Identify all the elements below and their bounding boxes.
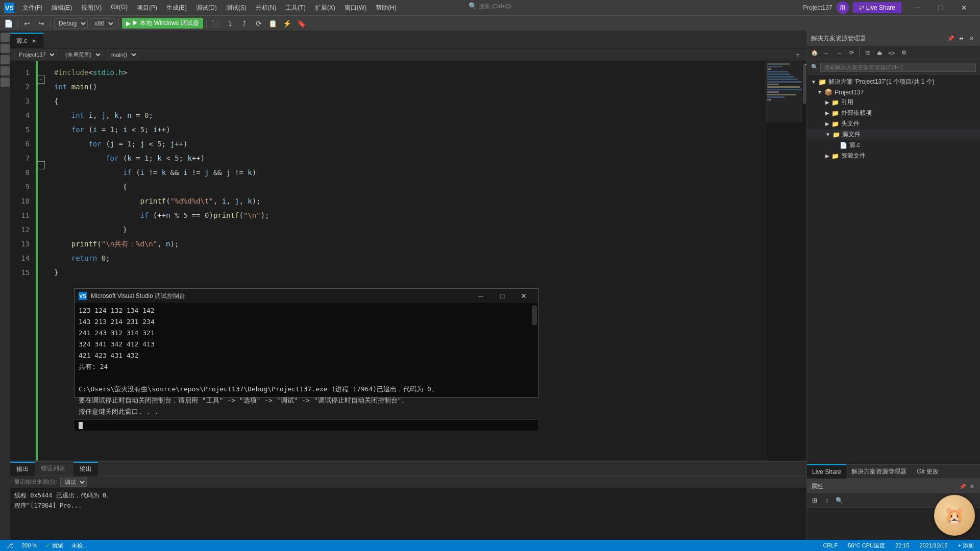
debug-console-minimize[interactable]: ─: [471, 290, 491, 302]
menu-tools[interactable]: 工具(T): [281, 3, 309, 13]
solution-explorer-tree: ▼ 📁 解决方案 'Project137'(1 个项目/共 1 个) ▼ 📦 P…: [807, 74, 980, 464]
output-source-select[interactable]: 调试: [60, 478, 87, 487]
menu-analyze[interactable]: 分析(N): [252, 3, 281, 13]
status-ready[interactable]: ✔ 就绪: [43, 540, 65, 551]
debug-console-scrollbar[interactable]: [531, 303, 538, 397]
breadcrumb-scope-select[interactable]: (全局范围): [61, 50, 103, 59]
properties-close-button[interactable]: ✕: [968, 482, 976, 490]
new-file-button[interactable]: 📄: [2, 17, 14, 30]
status-line-ending[interactable]: CRLF: [821, 540, 840, 551]
debug-config-select[interactable]: Debug: [54, 18, 88, 29]
status-encoding[interactable]: 未检...: [69, 540, 89, 551]
editor-scrollbar-thumb[interactable]: [803, 63, 806, 104]
se-search-input[interactable]: [820, 63, 976, 72]
ln-13: 13: [10, 237, 30, 251]
tree-references[interactable]: ▶ 📁 引用: [807, 97, 980, 108]
menu-view[interactable]: 视图(V): [77, 3, 106, 13]
user-avatar[interactable]: 用: [837, 2, 849, 14]
pp-categories-button[interactable]: ⊞: [809, 495, 820, 506]
breadcrumb-fn-select[interactable]: main(): [107, 50, 138, 59]
status-zoom[interactable]: 200 %: [19, 540, 39, 551]
resource-icon: 📁: [831, 153, 839, 160]
status-git-button[interactable]: ⎇: [4, 540, 15, 551]
menu-extensions[interactable]: 扩展(X): [311, 3, 339, 13]
undo-button[interactable]: ↩: [21, 17, 33, 30]
menu-file[interactable]: 文件(F): [18, 3, 46, 13]
right-tab-solution-explorer[interactable]: 解决方案资源管理器: [846, 464, 912, 479]
toolbar-btn-7[interactable]: 🔖: [296, 17, 308, 30]
toolbar-btn-1[interactable]: ⬛: [210, 17, 222, 30]
fold-button-2[interactable]: −: [37, 76, 45, 84]
panel-controls: 📌 ⬌ ✕: [946, 34, 976, 43]
toolbar-btn-5[interactable]: 📋: [267, 17, 279, 30]
menu-project[interactable]: 项目(P): [133, 3, 161, 13]
minimize-button[interactable]: ─: [905, 0, 929, 15]
encoding-label: 未检...: [71, 542, 87, 549]
maximize-button[interactable]: □: [929, 0, 952, 15]
redo-button[interactable]: ↪: [35, 17, 47, 30]
debug-console-maximize[interactable]: □: [492, 290, 512, 302]
menu-help[interactable]: 帮助(H): [372, 3, 401, 13]
run-debugger-button[interactable]: ▶ ▶ 本地 Windows 调试器: [122, 18, 203, 29]
menu-build[interactable]: 生成(B): [162, 3, 191, 13]
bottom-tab-output2[interactable]: 输出: [74, 462, 98, 476]
menu-debug[interactable]: 调试(D): [192, 3, 221, 13]
tree-resource-files[interactable]: ▶ 📁 资源文件: [807, 151, 980, 161]
tree-source-files[interactable]: ▼ 📁 源文件: [807, 129, 980, 140]
activity-debug[interactable]: [1, 66, 10, 76]
menu-window[interactable]: 窗口(W): [340, 3, 371, 13]
tree-solution[interactable]: ▼ 📁 解决方案 'Project137'(1 个项目/共 1 个): [807, 77, 980, 87]
status-add-button[interactable]: + 添加: [956, 540, 976, 551]
se-search-button[interactable]: 🏠: [809, 47, 820, 59]
pp-sort-button[interactable]: ↕: [821, 495, 832, 506]
tree-external-deps[interactable]: ▶ 📁 外部依赖项: [807, 108, 980, 118]
toolbar-btn-3[interactable]: ⤴: [238, 17, 251, 30]
status-bar-left: ⎇ 200 % ✔ 就绪 未检...: [4, 540, 815, 551]
solution-explorer-toolbar: 🏠 ← → ⟳ ⊟ ⏏ <> ⚙: [807, 46, 980, 60]
se-view-button[interactable]: <>: [886, 47, 897, 59]
breadcrumb-project-select[interactable]: Project137: [14, 50, 57, 59]
menu-git[interactable]: Git(G): [107, 3, 132, 13]
panel-pin-button[interactable]: 📌: [946, 34, 955, 43]
pp-search-button[interactable]: 🔍: [834, 495, 845, 506]
right-tab-live-share[interactable]: Live Share: [807, 464, 846, 479]
debug-console-close[interactable]: ✕: [513, 290, 534, 302]
right-tab-git[interactable]: Git 更改: [912, 464, 944, 479]
add-pane-button[interactable]: +: [793, 50, 802, 59]
fold-button-8[interactable]: −: [37, 161, 45, 169]
tree-header-files[interactable]: ▶ 📁 头文件: [807, 118, 980, 129]
tree-source-c[interactable]: 📄 源.c: [807, 140, 980, 151]
title-search-box[interactable]: 🔍 搜索 (Ctrl+Q): [469, 2, 511, 10]
panel-unpin-button[interactable]: ⬌: [957, 34, 966, 43]
se-settings-button[interactable]: ⚙: [898, 47, 910, 59]
activity-git[interactable]: [1, 55, 10, 64]
se-collapse-button[interactable]: ⊟: [862, 47, 873, 59]
activity-search[interactable]: [1, 44, 10, 53]
editor-scrollbar[interactable]: [802, 61, 806, 461]
tree-project[interactable]: ▼ 📦 Project137: [807, 87, 980, 97]
scrollbar-mark: [805, 64, 806, 65]
tab-close-button[interactable]: ✕: [30, 37, 37, 44]
live-share-button[interactable]: ⇄ Live Share: [853, 2, 901, 13]
tab-source-c[interactable]: 源.c ✕: [10, 33, 44, 48]
activity-explore[interactable]: [1, 33, 10, 42]
se-forward-button[interactable]: →: [834, 47, 845, 59]
se-back-button[interactable]: ←: [821, 47, 832, 59]
properties-pin-button[interactable]: 📌: [959, 482, 967, 490]
toolbar-btn-2[interactable]: ⤵: [224, 17, 236, 30]
menu-edit[interactable]: 编辑(E): [47, 3, 76, 13]
toolbar-btn-6[interactable]: ⚡: [281, 17, 293, 30]
se-filter-button[interactable]: ⏏: [874, 47, 885, 59]
debug-console-app-icon: VS: [79, 292, 87, 300]
status-text: 就绪: [52, 542, 63, 549]
panel-close-button[interactable]: ✕: [967, 34, 976, 43]
arch-select[interactable]: x86: [90, 18, 115, 29]
se-sync-button[interactable]: ⟳: [846, 47, 857, 59]
debug-scrollbar-thumb[interactable]: [532, 305, 537, 325]
bottom-tab-output[interactable]: 输出: [10, 462, 35, 476]
bottom-tab-errors[interactable]: 错误列表: [35, 462, 71, 476]
menu-test[interactable]: 测试(S): [222, 3, 251, 13]
close-button[interactable]: ✕: [952, 0, 976, 15]
activity-extensions[interactable]: [1, 78, 10, 87]
toolbar-btn-4[interactable]: ⟳: [253, 17, 265, 30]
